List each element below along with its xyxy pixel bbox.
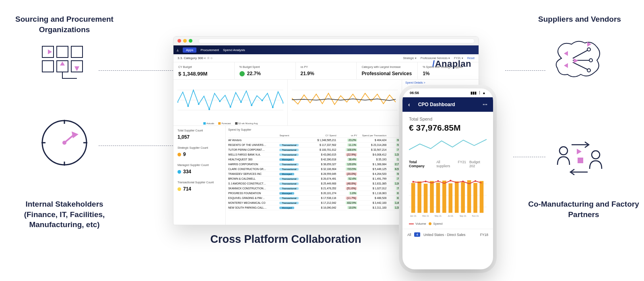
svg-text:Nov 21: Nov 21 <box>472 215 479 217</box>
svg-point-79 <box>425 180 426 182</box>
svg-marker-8 <box>74 66 79 71</box>
svg-marker-24 <box>574 58 578 63</box>
kpi-vspy-title: vs PY <box>301 66 352 68</box>
anaplan-logo: /Anaplan <box>432 59 471 69</box>
spend-details-link[interactable]: Spend Details > <box>405 81 425 84</box>
table-row[interactable]: CLARK CONSTRUCTION GR…Transactional$ 32,… <box>228 167 407 172</box>
supplier-counts: Total Supplier Count 1,057 Strategic Sup… <box>173 126 226 225</box>
traffic-light-min-icon[interactable] <box>183 39 187 43</box>
table-row[interactable]: NEW SOUTH PARKING-CALL…Managed$ 16,090,0… <box>228 205 407 210</box>
table-row[interactable]: MONTEREY MECHANICAL COTransactional$ 17,… <box>228 201 407 205</box>
count-chip: 4 <box>414 232 420 237</box>
chart-legend: Actuals Forecast 52-wk Moving Avg <box>203 122 258 125</box>
volume-spend-chart: Jan 21Mar 21May 21 Jul 21Sep 21Nov 21 <box>409 171 487 219</box>
svg-rect-74 <box>461 182 465 213</box>
kpi-cy-budget-title: CY Budget <box>178 66 229 68</box>
table-row[interactable]: TRANSDEV SERVICES INCManaged$ 28,559,045… <box>228 172 407 176</box>
svg-point-38 <box>219 101 221 102</box>
svg-text:Jul 21: Jul 21 <box>448 215 453 217</box>
stakeholder-label-br: Co-Manufacturing and Factory Partners <box>523 199 644 219</box>
svg-point-43 <box>272 107 274 108</box>
dot-icon <box>178 187 181 191</box>
kpi-pct-budget-value: 22.7% <box>247 71 261 76</box>
table-row[interactable]: HEALTHQUEST 300Managed$ 42,390,01838.4%$… <box>228 157 407 162</box>
svg-point-36 <box>198 103 200 105</box>
connector-line <box>99 146 175 146</box>
svg-point-16 <box>62 141 66 145</box>
stakeholder-label-tl: Sourcing and Procurement Organizations <box>8 14 121 35</box>
table-row[interactable]: S J AMOROSO CONSTRUCT…Transactional$ 25,… <box>228 181 407 186</box>
svg-rect-2 <box>71 46 83 57</box>
total-supplier-count: 1,057 <box>178 134 221 140</box>
svg-point-82 <box>462 180 464 182</box>
table-row[interactable]: All Vendors$ 1,348,585,21123.2%$ 464,424… <box>228 138 407 143</box>
svg-rect-30 <box>578 158 583 163</box>
svg-rect-1 <box>57 46 68 57</box>
table-row[interactable]: PROGRESS FOUNDATIONManaged$ 20,101,2741.… <box>228 191 407 196</box>
strategic-supplier-count: 9 <box>183 152 186 157</box>
spend-by-supplier-table: Spend by Supplier Segment CY Spend vs PY… <box>226 126 410 225</box>
table-row[interactable]: REGENTS OF THE UNIVERS…Transactional$ 11… <box>228 143 407 148</box>
phone-bottom-bar[interactable]: All 4 United States - Direct Sales FY18 <box>402 229 493 240</box>
svg-point-39 <box>229 106 231 108</box>
kpi-pct-budget-title: % Budget Spent <box>239 66 291 68</box>
svg-point-22 <box>587 69 590 72</box>
svg-text:Jan 21: Jan 21 <box>410 215 417 217</box>
table-row[interactable]: BROWN & CALDWELLTransactional$ 26,674,49… <box>228 176 407 181</box>
nav-spend-analysis[interactable]: Spend Analysis <box>223 48 245 52</box>
svg-point-78 <box>412 181 414 183</box>
dot-icon <box>178 153 181 156</box>
traffic-light-max-icon[interactable] <box>189 39 192 43</box>
kpi-cat-value: Professional Services <box>361 71 413 76</box>
svg-point-83 <box>475 180 476 182</box>
svg-point-44 <box>283 102 283 104</box>
svg-line-17 <box>573 50 588 58</box>
nav-apps[interactable]: Apps <box>183 47 196 53</box>
svg-point-20 <box>587 48 590 51</box>
svg-text:Sep 21: Sep 21 <box>460 215 466 217</box>
svg-rect-73 <box>455 181 459 213</box>
svg-point-37 <box>208 109 210 110</box>
svg-rect-70 <box>436 183 440 213</box>
table-row[interactable]: ESQUIVEL GRADING & PAV…Transactional$ 17… <box>228 196 407 201</box>
svg-point-21 <box>589 59 592 62</box>
grid-icon <box>38 42 95 90</box>
stakeholder-label-tr: Suppliers and Vendors <box>523 14 636 25</box>
phone-status-bar: 06:56 ▮▮▮ ⋮ ▲ <box>402 88 493 97</box>
traffic-light-close-icon[interactable] <box>178 39 181 43</box>
svg-point-80 <box>437 180 439 182</box>
svg-rect-67 <box>417 181 421 213</box>
svg-point-42 <box>261 100 263 101</box>
svg-text:Mar 21: Mar 21 <box>422 215 429 217</box>
stakeholder-label-bl: Internal Stakeholders (Finance, IT, Faci… <box>8 199 121 230</box>
kpi-vspy-value: 21.9% <box>301 71 352 76</box>
gauge-icon <box>38 117 95 165</box>
more-icon[interactable]: ⋯ <box>483 102 487 107</box>
kpi-cat-title: Category with Largest Increase <box>361 66 413 68</box>
svg-marker-26 <box>564 63 568 68</box>
svg-marker-6 <box>48 49 52 54</box>
network-icon <box>549 38 606 86</box>
sparkline-chart <box>409 136 487 156</box>
svg-point-34 <box>178 101 178 103</box>
phone-header: ‹ CPO Dashboard ⋯ <box>402 97 493 112</box>
svg-point-81 <box>450 180 451 181</box>
filter-strategic[interactable]: Strategic ▾ <box>403 57 417 60</box>
table-row[interactable]: TUTOR PERINI CORPORAT…Transactional$ 100… <box>228 148 407 152</box>
table-row[interactable]: SKANNICK CONSTRUCTION…Transactional$ 21,… <box>228 186 407 191</box>
partners-icon <box>549 133 606 181</box>
back-icon[interactable]: ‹ <box>408 101 410 108</box>
svg-rect-68 <box>424 184 428 213</box>
phone-filters[interactable]: Total CompanyAll suppliers FY21Budget 20… <box>409 160 487 168</box>
table-row[interactable]: HARRIS CORPORATIONTransactional$ 38,659,… <box>228 162 407 167</box>
signal-icon: ▮▮▮ ⋮ ▲ <box>471 91 486 95</box>
svg-marker-25 <box>564 51 568 56</box>
svg-marker-15 <box>72 131 78 138</box>
url-bar[interactable] <box>198 39 475 43</box>
phone-mockup: 06:56 ▮▮▮ ⋮ ▲ ‹ CPO Dashboard ⋯ Total Sp… <box>402 88 493 269</box>
svg-point-28 <box>592 151 600 159</box>
breadcrumb-path[interactable]: 3.3. Category 300 < ☆ ○ <box>178 56 213 60</box>
status-dot-icon <box>239 71 245 76</box>
nav-procurement[interactable]: Procurement <box>200 48 219 52</box>
table-row[interactable]: WELLS FARGO BANK N.A.Transactional$ 43,0… <box>228 152 407 157</box>
